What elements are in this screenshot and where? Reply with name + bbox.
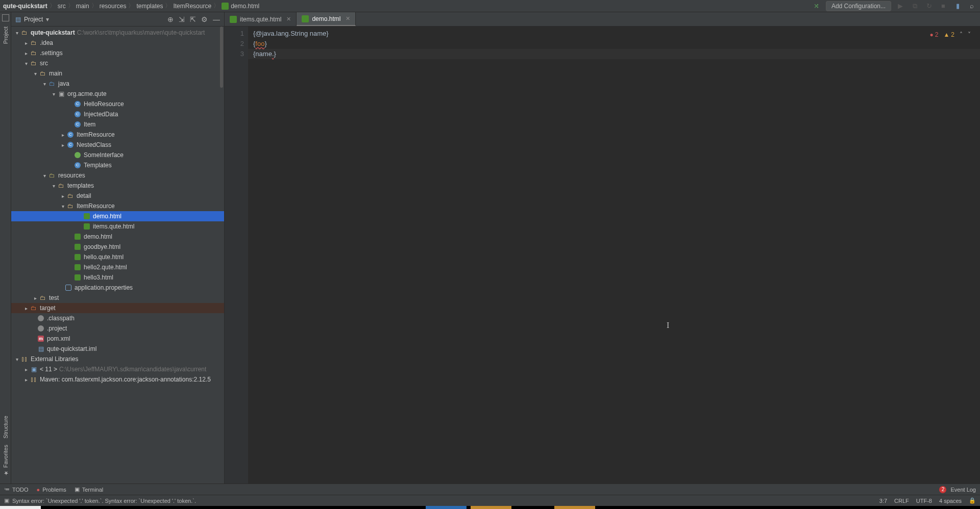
tree-node-src[interactable]: 🗀 src <box>11 58 224 68</box>
next-highlight-icon[interactable]: ˅ <box>968 30 971 40</box>
tree-node-class-hello[interactable]: C HelloResource <box>11 99 224 109</box>
hide-icon[interactable]: — <box>213 15 220 23</box>
run-icon[interactable]: ▶ <box>895 2 905 10</box>
tree-node-items-qute[interactable]: items.qute.html <box>11 221 224 232</box>
breadcrumb-item-root[interactable]: qute-quickstart <box>3 3 47 10</box>
breadcrumb-item[interactable]: main <box>76 3 89 10</box>
tree-node-templates[interactable]: 🗀 templates <box>11 181 224 191</box>
breadcrumb-item[interactable]: ItemResource <box>173 3 211 10</box>
expand-toggle-icon[interactable] <box>41 81 48 87</box>
event-log-button[interactable]: Event Log <box>950 487 976 493</box>
lock-icon[interactable]: 🔒 <box>969 497 976 504</box>
tree-node-class-item[interactable]: C Item <box>11 119 224 130</box>
warning-indicator[interactable]: ▲2 <box>943 30 954 40</box>
tree-node-jdk[interactable]: ▣ < 11 > C:\Users\JeffMAURY\.sdkman\cand… <box>11 364 224 374</box>
expand-toggle-icon[interactable] <box>22 377 30 383</box>
expand-toggle-icon[interactable] <box>50 183 57 189</box>
project-tree[interactable]: 🗀 qute-quickstart C:\work\src\tmp\quarku… <box>11 27 224 483</box>
select-opened-file-icon[interactable]: ⊕ <box>167 15 174 23</box>
tree-node-classpath[interactable]: .classpath <box>11 313 224 323</box>
collapse-all-icon[interactable]: ⇱ <box>190 15 196 23</box>
editor-body[interactable]: 1 2 3 ●2 ▲2 ˄ ˅ {@java.lang.String name}… <box>225 27 980 483</box>
tree-node-java[interactable]: 🗀 java <box>11 79 224 89</box>
tree-node-main[interactable]: 🗀 main <box>11 68 224 79</box>
problems-tool-button[interactable]: ● Problems <box>37 487 66 493</box>
tree-node-class-nested[interactable]: C NestedClass <box>11 140 224 150</box>
tree-node-demo-html[interactable]: demo.html <box>11 211 224 221</box>
coverage-icon[interactable]: ↻ <box>924 2 934 10</box>
tree-node-test[interactable]: 🗀 test <box>11 293 224 303</box>
tree-node-tpl-hello2[interactable]: hello2.qute.html <box>11 262 224 272</box>
expand-toggle-icon[interactable] <box>32 295 39 301</box>
breadcrumb-item[interactable]: templates <box>136 3 163 10</box>
todo-tool-button[interactable]: ≔ TODO <box>4 486 29 493</box>
tree-node-interface-some[interactable]: SomeInterface <box>11 150 224 160</box>
breadcrumb-item[interactable]: resources <box>100 3 127 10</box>
expand-toggle-icon[interactable] <box>50 91 57 97</box>
tree-node-iml[interactable]: ▤ qute-quickstart.iml <box>11 344 224 354</box>
tree-node-root[interactable]: 🗀 qute-quickstart C:\work\src\tmp\quarku… <box>11 28 224 38</box>
status-encoding[interactable]: UTF-8 <box>916 498 932 504</box>
project-panel-title[interactable]: ▤ Project ▾ <box>15 16 49 23</box>
build-icon[interactable]: ⤨ <box>812 2 822 10</box>
tree-node-class-injected[interactable]: C InjectedData <box>11 109 224 119</box>
tree-node-maven-lib[interactable]: ⫿⫿ Maven: com.fasterxml.jackson.core:jac… <box>11 374 224 385</box>
status-cursor[interactable]: 3:7 <box>879 498 887 504</box>
search-icon[interactable]: ⌕ <box>967 2 977 10</box>
vcs-icon[interactable]: ▮ <box>952 2 963 10</box>
status-line-ending[interactable]: CRLF <box>894 498 909 504</box>
breadcrumb-item-file[interactable]: demo.html <box>222 3 259 10</box>
expand-toggle-icon[interactable] <box>59 132 66 138</box>
status-icon[interactable]: ▣ <box>4 497 9 504</box>
side-tab-project[interactable]: Project <box>2 23 10 47</box>
tree-node-tpl-demo[interactable]: demo.html <box>11 232 224 242</box>
tree-node-tpl-goodbye[interactable]: goodbye.html <box>11 242 224 252</box>
side-tab-structure[interactable]: Structure <box>2 413 10 442</box>
expand-toggle-icon[interactable] <box>32 71 39 77</box>
editor-tab-items-qute[interactable]: items.qute.html ✕ <box>225 12 297 26</box>
expand-toggle-icon[interactable] <box>22 367 30 372</box>
tree-node-idea[interactable]: 🗀 .idea <box>11 38 224 48</box>
expand-toggle-icon[interactable] <box>41 173 48 179</box>
side-tab-favorites[interactable]: ★Favorites <box>1 442 10 479</box>
expand-toggle-icon[interactable] <box>59 193 66 199</box>
project-tool-icon[interactable] <box>2 14 9 21</box>
tree-node-detail[interactable]: 🗀 detail <box>11 191 224 201</box>
expand-toggle-icon[interactable] <box>59 203 66 209</box>
debug-icon[interactable]: ⧉ <box>910 2 920 10</box>
tree-node-resources[interactable]: 🗀 resources <box>11 170 224 181</box>
expand-toggle-icon[interactable] <box>13 30 20 36</box>
editor-tab-demo[interactable]: demo.html ✕ <box>297 12 356 26</box>
expand-toggle-icon[interactable] <box>22 61 30 66</box>
close-tab-icon[interactable]: ✕ <box>286 16 291 22</box>
expand-toggle-icon[interactable] <box>13 357 20 362</box>
tree-node-app-props[interactable]: application.properties <box>11 283 224 293</box>
tree-node-pom[interactable]: m pom.xml <box>11 334 224 344</box>
tree-node-class-templates[interactable]: C Templates <box>11 160 224 170</box>
tree-node-tpl-hello-qute[interactable]: hello.qute.html <box>11 252 224 262</box>
editor-code[interactable]: ●2 ▲2 ˄ ˅ {@java.lang.String name} {foo}… <box>248 27 980 483</box>
terminal-tool-button[interactable]: ▣ Terminal <box>75 486 104 493</box>
tree-node-settings[interactable]: 🗀 .settings <box>11 48 224 58</box>
close-tab-icon[interactable]: ✕ <box>346 15 350 22</box>
breadcrumb-item[interactable]: src <box>58 3 66 10</box>
expand-toggle-icon[interactable] <box>22 306 30 311</box>
tree-node-project-file[interactable]: .project <box>11 323 224 334</box>
add-configuration-button[interactable]: Add Configuration... <box>826 1 891 11</box>
expand-toggle-icon[interactable] <box>22 40 30 46</box>
expand-all-icon[interactable]: ⇲ <box>179 15 185 23</box>
prev-highlight-icon[interactable]: ˄ <box>960 30 963 40</box>
editor-inspection-indicator[interactable]: ●2 ▲2 ˄ ˅ <box>929 30 971 40</box>
error-indicator[interactable]: ●2 <box>929 30 938 40</box>
settings-icon[interactable]: ⚙ <box>201 15 208 23</box>
tree-node-class-itemresource[interactable]: C ItemResource <box>11 130 224 140</box>
expand-toggle-icon[interactable] <box>59 142 66 148</box>
tree-node-external-libs[interactable]: ⫿⫿ External Libraries <box>11 354 224 364</box>
tree-node-package[interactable]: ▣ org.acme.qute <box>11 89 224 99</box>
status-indent[interactable]: 4 spaces <box>939 498 962 504</box>
tree-node-tpl-hello3[interactable]: hello3.html <box>11 272 224 283</box>
tree-node-itemresource-folder[interactable]: 🗀 ItemResource <box>11 201 224 211</box>
tree-node-target[interactable]: 🗀 target <box>11 303 224 313</box>
stop-icon[interactable]: ■ <box>938 2 948 10</box>
tree-scrollbar-thumb[interactable] <box>220 27 223 88</box>
